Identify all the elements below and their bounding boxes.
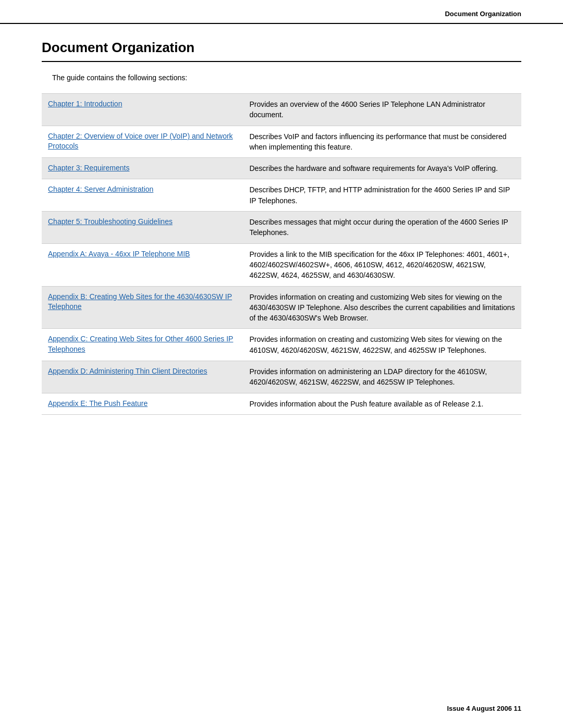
toc-link[interactable]: Chapter 2: Overview of Voice over IP (Vo… (48, 132, 233, 151)
toc-link-cell: Appendix C: Creating Web Sites for Other… (42, 329, 243, 361)
top-header: Document Organization (0, 0, 563, 24)
toc-row: Appendix E: The Push FeatureProvides inf… (42, 393, 521, 414)
toc-row: Appendix C: Creating Web Sites for Other… (42, 329, 521, 361)
toc-row: Chapter 2: Overview of Voice over IP (Vo… (42, 126, 521, 158)
toc-link-cell: Appendix E: The Push Feature (42, 393, 243, 414)
main-content: Document Organization The guide contains… (0, 24, 563, 436)
toc-link[interactable]: Chapter 5: Troubleshooting Guidelines (48, 217, 173, 226)
toc-link-cell: Chapter 5: Troubleshooting Guidelines (42, 212, 243, 244)
header-title: Document Organization (445, 10, 521, 18)
toc-description: Provides an overview of the 4600 Series … (243, 94, 521, 126)
toc-table: Chapter 1: IntroductionProvides an overv… (42, 93, 521, 415)
toc-row: Appendix B: Creating Web Sites for the 4… (42, 286, 521, 329)
toc-link-cell: Appendix B: Creating Web Sites for the 4… (42, 286, 243, 329)
toc-link[interactable]: Appendix E: The Push Feature (48, 399, 148, 408)
toc-row: Appendix A: Avaya - 46xx IP Telephone MI… (42, 243, 521, 286)
toc-link[interactable]: Chapter 1: Introduction (48, 100, 122, 108)
toc-link[interactable]: Chapter 4: Server Administration (48, 185, 153, 193)
toc-row: Chapter 1: IntroductionProvides an overv… (42, 94, 521, 126)
toc-row: Chapter 4: Server AdministrationDescribe… (42, 179, 521, 212)
page-title: Document Organization (42, 40, 521, 62)
toc-description: Provides information on creating and cus… (243, 286, 521, 329)
toc-description: Describes messages that might occur duri… (243, 212, 521, 244)
toc-link-cell: Chapter 3: Requirements (42, 158, 243, 179)
page-container: Document Organization Document Organizat… (0, 0, 563, 728)
toc-description: Provides information on administering an… (243, 361, 521, 393)
toc-link[interactable]: Appendix B: Creating Web Sites for the 4… (48, 292, 232, 311)
toc-link-cell: Chapter 1: Introduction (42, 94, 243, 126)
toc-description: Describes VoIP and factors influencing i… (243, 126, 521, 158)
toc-link-cell: Appendix A: Avaya - 46xx IP Telephone MI… (42, 243, 243, 286)
toc-link-cell: Chapter 4: Server Administration (42, 179, 243, 212)
toc-description: Provides information about the Push feat… (243, 393, 521, 414)
toc-link[interactable]: Chapter 3: Requirements (48, 164, 129, 172)
toc-description: Provides a link to the MIB specification… (243, 243, 521, 286)
toc-description: Describes DHCP, TFTP, and HTTP administr… (243, 179, 521, 212)
toc-link[interactable]: Appendix A: Avaya - 46xx IP Telephone MI… (48, 250, 190, 258)
toc-description: Describes the hardware and software requ… (243, 158, 521, 179)
toc-link[interactable]: Appendix C: Creating Web Sites for Other… (48, 335, 233, 353)
toc-row: Chapter 5: Troubleshooting GuidelinesDes… (42, 212, 521, 244)
toc-description: Provides information on creating and cus… (243, 329, 521, 361)
toc-link[interactable]: Appendix D: Administering Thin Client Di… (48, 367, 207, 375)
toc-link-cell: Appendix D: Administering Thin Client Di… (42, 361, 243, 393)
toc-link-cell: Chapter 2: Overview of Voice over IP (Vo… (42, 126, 243, 158)
toc-row: Chapter 3: RequirementsDescribes the har… (42, 158, 521, 179)
page-footer: Issue 4 August 2006 11 (447, 705, 521, 712)
toc-row: Appendix D: Administering Thin Client Di… (42, 361, 521, 393)
intro-text: The guide contains the following section… (52, 73, 521, 82)
